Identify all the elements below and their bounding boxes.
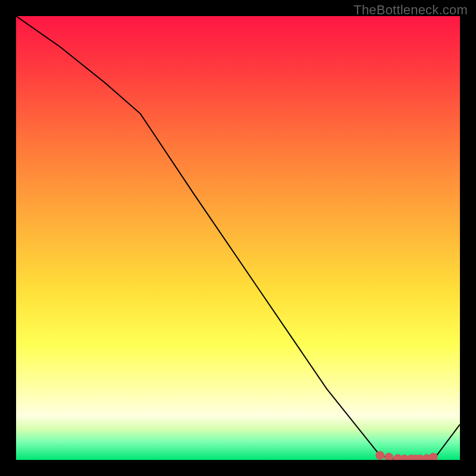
plot-area [16,16,460,460]
curve-marker [430,453,437,460]
curve-marker [385,453,393,460]
chart-stage: TheBottleneck.com [0,0,476,476]
curve-marker [376,452,384,459]
marker-group [376,452,437,460]
watermark-text: TheBottleneck.com [353,2,468,18]
bottleneck-curve [16,16,460,460]
chart-svg [16,16,460,460]
